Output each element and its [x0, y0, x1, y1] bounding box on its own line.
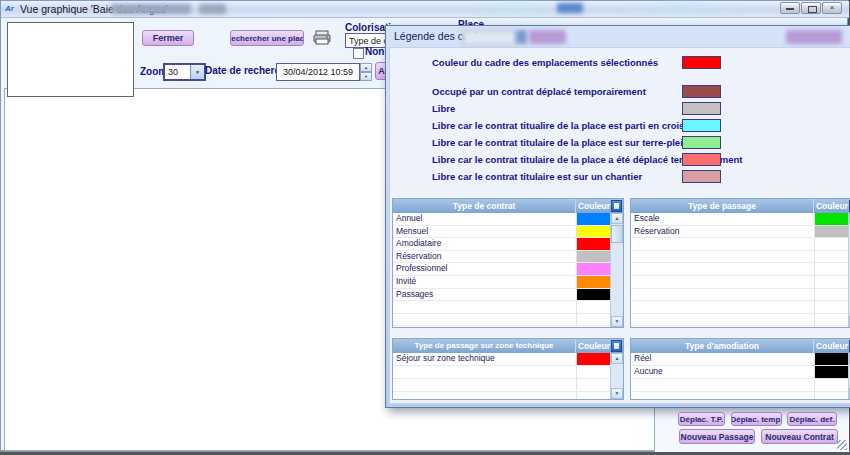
table-row[interactable]: Mensuel	[393, 226, 623, 239]
color-cell	[814, 226, 850, 238]
table-options-icon[interactable]	[611, 200, 622, 212]
column-header[interactable]: Couleur	[576, 199, 612, 213]
close-icon: ×	[830, 3, 835, 12]
rechercher-place-button[interactable]: Rechercher une place	[230, 30, 304, 46]
column-header[interactable]: Type d'amodiation	[631, 339, 814, 353]
scroll-up-icon[interactable]: ▲	[611, 353, 623, 364]
table-row	[393, 314, 623, 327]
table-row	[393, 379, 623, 392]
column-header[interactable]: Couleur	[576, 339, 612, 353]
restore-icon	[808, 6, 817, 13]
table-amodiation: Type d'amodiation Couleur Réel Aucune ▲ …	[630, 338, 850, 400]
scroll-down-icon[interactable]: ▼	[611, 316, 623, 327]
redacted-button[interactable]	[529, 30, 566, 44]
legend-window: Légende des couleurs Couleur du cadre de…	[385, 25, 850, 408]
table-row[interactable]: Séjour sur zone technique	[393, 353, 623, 366]
table-zone-technique: Type de passage sur zone technique Coule…	[392, 338, 624, 400]
scroll-up-icon[interactable]: ▲	[611, 213, 623, 224]
date-recherche-input[interactable]: 30/04/2012 10:59	[276, 63, 360, 81]
spin-up-icon[interactable]: ▲	[360, 63, 372, 72]
color-cell	[576, 238, 612, 250]
colorisation-combo-value: Type de co	[346, 36, 387, 46]
table-options-icon[interactable]	[611, 340, 622, 352]
table-row[interactable]: Aucune	[631, 366, 850, 379]
table-row	[631, 251, 850, 264]
table-row	[631, 314, 850, 327]
table-row[interactable]: Annuel	[393, 213, 623, 226]
redacted-button[interactable]	[786, 30, 842, 44]
column-header[interactable]: Couleur	[814, 339, 850, 353]
scrollbar[interactable]: ▲ ▼	[610, 213, 623, 327]
table-row	[631, 326, 850, 328]
table-row	[393, 366, 623, 379]
zoom-combo[interactable]: 30 ▼	[163, 63, 206, 81]
scrollbar[interactable]: ▲ ▼	[610, 353, 623, 399]
color-cell	[576, 251, 612, 263]
scroll-down-icon[interactable]: ▼	[611, 388, 623, 399]
table-row[interactable]: Passages	[393, 289, 623, 302]
color-cell	[576, 353, 612, 365]
minimap-canvas	[8, 23, 133, 96]
column-header[interactable]: Type de passage sur zone technique	[393, 339, 576, 353]
minimap[interactable]	[7, 22, 134, 97]
table-row[interactable]: Invité	[393, 276, 623, 289]
table-header[interactable]: Type d'amodiation Couleur	[631, 339, 850, 353]
minimize-button[interactable]	[780, 2, 800, 14]
color-cell	[814, 366, 850, 378]
deplac-tp-button[interactable]: Déplac. T.P.	[678, 412, 725, 426]
fermer-button[interactable]: Fermer	[142, 30, 194, 46]
legend-color-swatch	[682, 85, 721, 98]
legend-color-swatch	[682, 102, 721, 115]
table-header[interactable]: Type de contrat Couleur	[393, 199, 623, 213]
scrollbar-thumb[interactable]	[611, 225, 623, 243]
column-header[interactable]: Couleur	[814, 199, 850, 213]
table-row	[631, 289, 850, 302]
table-row[interactable]: Réservation	[631, 226, 850, 239]
color-cell	[814, 353, 850, 365]
table-row	[631, 379, 850, 392]
close-button[interactable]: ×	[822, 2, 842, 14]
window-controls: ×	[780, 2, 842, 14]
table-row[interactable]: Escale	[631, 213, 850, 226]
deplac-def-button[interactable]: Déplac. def.	[787, 412, 837, 426]
redacted-combo[interactable]	[462, 30, 516, 46]
table-header[interactable]: Type de passage sur zone technique Coule…	[393, 339, 623, 353]
date-spinner[interactable]: ▲ ▼	[360, 63, 372, 81]
table-type-de-contrat: Type de contrat Couleur Annuel Mensuel A…	[392, 198, 624, 328]
resize-grip-icon[interactable]	[837, 440, 847, 450]
legend-item-label: Libre car le contrat titulaire de la pla…	[432, 137, 689, 148]
aero-glass-highlight	[471, 1, 561, 17]
legend-item-label: Occupé par un contrat déplacé temporaire…	[432, 86, 646, 97]
app-icon: Ar	[5, 3, 17, 15]
table-row	[631, 263, 850, 276]
non-selectionne-checkbox[interactable]	[353, 48, 364, 59]
table-header[interactable]: Type de passage Couleur	[631, 199, 850, 213]
table-row[interactable]: Réservation	[393, 251, 623, 264]
column-header[interactable]: Type de passage	[631, 199, 814, 213]
legend-item-label: Libre car le contrat titulaire est sur u…	[432, 171, 642, 182]
deplac-temp-button[interactable]: Déplac. temp.	[731, 412, 782, 426]
table-row	[631, 301, 850, 314]
nouveau-contrat-button[interactable]: Nouveau Contrat	[761, 429, 838, 444]
table-row[interactable]: Réel	[631, 353, 850, 366]
redacted-icon[interactable]	[516, 30, 527, 44]
table-row	[393, 301, 623, 314]
restore-button[interactable]	[801, 2, 821, 14]
table-row[interactable]: Professionnel	[393, 263, 623, 276]
color-cell	[576, 226, 612, 238]
table-row	[631, 392, 850, 400]
color-cell	[576, 213, 612, 225]
nouveau-passage-button[interactable]: Nouveau Passage	[679, 429, 755, 444]
legend-color-swatch	[682, 56, 721, 69]
spin-down-icon[interactable]: ▼	[360, 72, 372, 81]
redacted-title-text	[557, 3, 583, 13]
color-cell	[576, 276, 612, 288]
legend-color-swatch	[682, 170, 721, 183]
color-cell	[576, 289, 612, 301]
table-row[interactable]: Amodiataire	[393, 238, 623, 251]
column-header[interactable]: Type de contrat	[393, 199, 576, 213]
printer-icon[interactable]	[312, 29, 332, 46]
color-cell	[814, 213, 850, 225]
chevron-down-icon[interactable]: ▼	[190, 65, 204, 79]
zoom-combo-value: 30	[165, 67, 190, 77]
